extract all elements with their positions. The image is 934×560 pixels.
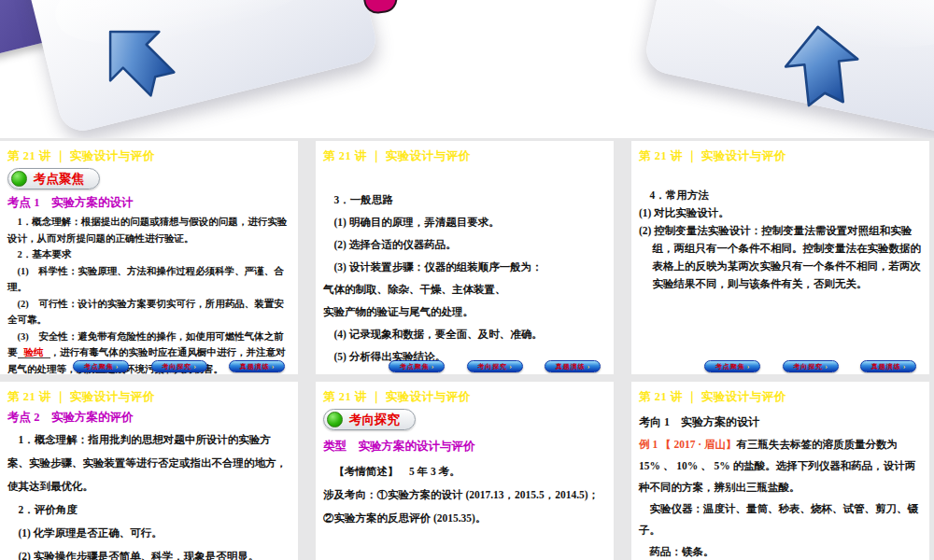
slide-header: 第 21 讲 ｜ 实验设计与评价 <box>323 148 605 164</box>
paragraph: 2．评价角度 <box>7 498 290 522</box>
nav-button-label: 考向探究 <box>477 362 507 371</box>
slide-header: 第 21 讲 ｜ 实验设计与评价 <box>7 148 290 164</box>
paragraph: 【考情简述】 5 年 3 考。 <box>323 460 605 483</box>
slide-header: 第 21 讲 ｜ 实验设计与评价 <box>639 148 921 164</box>
paragraph: (1) 化学原理是否正确、可行。 <box>7 522 290 545</box>
decor-band <box>0 0 934 140</box>
nav-button-label: 考向探究 <box>793 362 823 371</box>
chevron-right-icon: › <box>825 362 828 371</box>
slides-grid: 第 21 讲 ｜ 实验设计与评价 考点聚焦 考点 1 实验方案的设计 1．概念理… <box>0 138 934 560</box>
paragraph: (2) 选择合适的仪器药品。 <box>323 233 605 256</box>
nav-button-label: 真题演练 <box>556 362 586 371</box>
paragraph: (3) 设计装置步骤：仪器的组装顺序一般为： <box>323 256 605 278</box>
slide-panel-4: 第 21 讲 ｜ 实验设计与评价 考点 2 实验方案的评价 1．概念理解：指用批… <box>0 382 298 560</box>
nav-button-label: 考向探究 <box>162 362 191 371</box>
nav-button-label: 考点聚焦 <box>715 362 745 371</box>
chevron-right-icon: › <box>432 362 434 371</box>
topic-heading: 考点 1 实验方案的设计 <box>7 195 290 211</box>
nav-button-label: 真题演练 <box>240 362 270 371</box>
section-badge-kaoxiang-tanjiu: 考向探究 <box>323 409 416 430</box>
paragraph: 1．概念理解：根据提出的问题或猜想与假设的问题，进行实验设计，从而对所提问题的正… <box>7 214 290 246</box>
paragraph: 涉及考向：①实验方案的设计 (2017.13，2015.5，2014.5)； <box>323 483 605 507</box>
chevron-right-icon: › <box>116 362 119 371</box>
paragraph: 4．常用方法 <box>639 187 921 204</box>
paragraph: (1) 对比实验设计。 <box>639 204 921 222</box>
paragraph: 1．概念理解：指用批判的思想对题中所设计的实验方案、实验步骤、实验装置等进行否定… <box>7 428 290 498</box>
glossy-arrow-up-icon <box>777 21 868 111</box>
nav-button-practice[interactable]: 真题演练› <box>545 360 601 372</box>
example-label: 例 1 【 2017 · 眉山】 <box>639 439 736 450</box>
chevron-right-icon: › <box>272 362 275 371</box>
paragraph: 3．一般思路 <box>323 189 605 211</box>
slide-panel-3: 第 21 讲 ｜ 实验设计与评价 4．常用方法 (1) 对比实验设计。 (2) … <box>631 141 929 374</box>
slide-header: 第 21 讲 ｜ 实验设计与评价 <box>323 389 605 405</box>
chevron-right-icon: › <box>193 362 196 371</box>
chevron-right-icon: › <box>747 362 750 371</box>
paragraph: (2) 实验操作步骤是否简单、科学，现象是否明显。 <box>7 545 290 560</box>
paragraph: 气体的制取、除杂、干燥、主体装置、 <box>323 278 605 301</box>
paragraph: (2) 控制变量法实验设计：控制变量法需设置对照组和实验组，两组只有一个条件不相… <box>639 222 921 293</box>
example-paragraph: 例 1 【 2017 · 眉山】有三瓶失去标签的溶质质量分数为 15% 、 10… <box>639 434 921 498</box>
topic-heading: 考点 2 实验方案的评价 <box>7 410 290 426</box>
paragraph: 2．基本要求 <box>7 246 290 263</box>
nav-button-label: 真题演练 <box>871 362 901 371</box>
paragraph: (4) 记录现象和数据，要全面、及时、准确。 <box>323 323 605 345</box>
nav-button-explore[interactable]: 考向探究› <box>151 360 207 372</box>
chevron-right-icon: › <box>903 362 906 371</box>
nav-button-focus[interactable]: 考点聚焦› <box>389 360 445 372</box>
answer-blank: 验纯 <box>18 347 50 358</box>
type-heading: 类型 实验方案的设计与评价 <box>323 439 605 455</box>
paragraph: (1) 科学性：实验原理、方法和操作过程必须科学、严谨、合理。 <box>7 263 290 296</box>
nav-button-practice[interactable]: 真题演练› <box>229 360 285 372</box>
chevron-right-icon: › <box>509 362 512 371</box>
badge-label: 考向探究 <box>349 412 400 428</box>
paragraph: 药品：镁条。 <box>639 541 921 560</box>
nav-button-label: 考点聚焦 <box>84 362 114 371</box>
slide-header: 第 21 讲 ｜ 实验设计与评价 <box>639 389 921 405</box>
paragraph: ②实验方案的反思评价 (2015.35)。 <box>323 507 605 530</box>
nav-footer: 考点聚焦› 考向探究› 真题演练› <box>704 360 916 372</box>
nav-button-focus[interactable]: 考点聚焦› <box>73 360 129 372</box>
slide-panel-5: 第 21 讲 ｜ 实验设计与评价 考向探究 类型 实验方案的设计与评价 【考情简… <box>316 382 614 560</box>
nav-button-explore[interactable]: 考向探究› <box>783 360 839 372</box>
slide-panel-2: 第 21 讲 ｜ 实验设计与评价 3．一般思路 (1) 明确目的原理，弄清题目要… <box>316 141 614 374</box>
slide-panel-6: 第 21 讲 ｜ 实验设计与评价 考向 1 实验方案的设计 例 1 【 2017… <box>631 382 929 560</box>
nav-footer: 考点聚焦› 考向探究› 真题演练› <box>73 360 285 372</box>
green-dot-icon <box>327 412 343 427</box>
paragraph: 实验仪器：温度计、量筒、秒表、烧杯、试管、剪刀、镊子。 <box>639 498 921 541</box>
section-badge-kaodian-jujiao: 考点聚焦 <box>7 168 100 189</box>
nav-button-practice[interactable]: 真题演练› <box>860 360 916 372</box>
nav-button-explore[interactable]: 考向探究› <box>467 360 523 372</box>
chevron-right-icon: › <box>587 362 590 371</box>
kaoxiang-heading: 考向 1 实验方案的设计 <box>639 414 921 430</box>
decor-tile-left <box>23 0 381 135</box>
slide-header: 第 21 讲 ｜ 实验设计与评价 <box>7 389 290 405</box>
paragraph: 实验产物的验证与尾气的处理。 <box>323 301 605 323</box>
paragraph: (2) 可行性：设计的实验方案要切实可行，所用药品、装置安全可靠。 <box>7 296 290 329</box>
nav-footer: 考点聚焦› 考向探究› 真题演练› <box>389 360 601 372</box>
paragraph: (1) 明确目的原理，弄清题目要求。 <box>323 211 605 233</box>
page: 第 21 讲 ｜ 实验设计与评价 考点聚焦 考点 1 实验方案的设计 1．概念理… <box>0 0 934 560</box>
badge-label: 考点聚焦 <box>34 171 84 188</box>
green-dot-icon <box>11 171 27 187</box>
nav-button-label: 考点聚焦 <box>400 362 430 371</box>
slide-panel-1: 第 21 讲 ｜ 实验设计与评价 考点聚焦 考点 1 实验方案的设计 1．概念理… <box>0 141 298 374</box>
nav-button-focus[interactable]: 考点聚焦› <box>704 360 760 372</box>
